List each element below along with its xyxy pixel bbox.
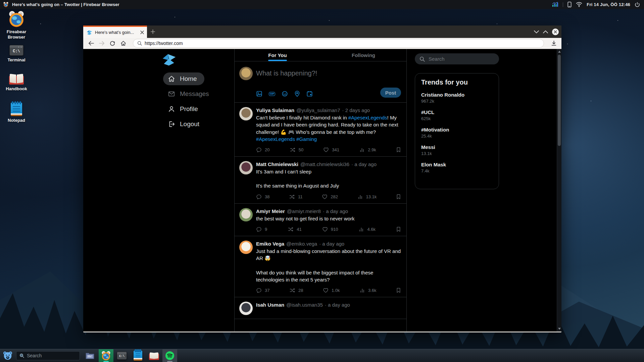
clock[interactable]: Fri 14 Jun, ÖÖ 12:46 <box>587 2 630 7</box>
tab-following[interactable]: Following <box>320 49 406 61</box>
taskbar-terminal-icon[interactable]: C:\ <box>117 352 127 360</box>
like-button[interactable]: 1.0k <box>323 288 340 293</box>
scroll-up-icon[interactable] <box>558 51 561 53</box>
search-input[interactable]: Search <box>415 53 499 64</box>
taskbar-search-input[interactable]: Search <box>16 351 80 360</box>
taskbar-spotify[interactable] <box>162 349 177 362</box>
avatar[interactable] <box>239 107 253 120</box>
tweet-handle[interactable]: @isah.usman35 <box>286 302 323 308</box>
views-button[interactable]: 4.6k <box>358 226 376 232</box>
location-icon[interactable] <box>294 91 300 97</box>
tweet-author[interactable]: Isah Usman <box>256 302 284 308</box>
tweet[interactable]: Yuliya Sulaiman @yuliya_sulaiman7 2 days… <box>235 103 406 157</box>
desktop-icon-fireabear-browser[interactable]: Fireabear Browser <box>2 11 31 40</box>
nav-item-profile[interactable]: Profile <box>163 103 205 115</box>
avatar[interactable] <box>239 208 253 221</box>
media-icon[interactable] <box>256 91 262 97</box>
bookmark-button[interactable] <box>396 147 401 153</box>
repost-button[interactable]: 11 <box>289 194 303 200</box>
tweet-author[interactable]: Emiko Vega <box>256 241 284 247</box>
like-button[interactable]: 910 <box>322 226 338 232</box>
hashtag-link[interactable]: #ApesexLegends <box>256 136 295 142</box>
hashtag-link[interactable]: #ApesexLegends <box>348 115 387 120</box>
wifi-icon[interactable] <box>576 2 582 7</box>
reply-button[interactable]: 9 <box>256 226 267 232</box>
repost-button[interactable]: 28 <box>289 288 303 293</box>
tweet[interactable]: Isah Usman @isah.usman35 a day ago <box>235 297 406 319</box>
hashtag-link[interactable]: #Gaming <box>296 136 317 142</box>
forward-button[interactable] <box>97 39 106 48</box>
post-button[interactable]: Post <box>380 88 401 98</box>
views-icon <box>357 194 363 200</box>
back-button[interactable] <box>87 39 95 48</box>
taskbar-notepad-icon[interactable] <box>134 351 142 361</box>
phone-icon[interactable] <box>567 2 572 7</box>
window-close-button[interactable] <box>552 29 559 35</box>
avatar[interactable] <box>239 241 253 254</box>
views-button[interactable]: 13.1k <box>357 194 377 200</box>
twotter-logo[interactable] <box>162 53 176 66</box>
tweet-author[interactable]: Yuliya Sulaiman <box>256 107 294 113</box>
desktop-icon-terminal[interactable]: ● ● C:\ Terminal <box>2 45 31 63</box>
compose-avatar[interactable] <box>239 67 253 80</box>
tweet[interactable]: Amiyr Meier @amiyr.meier8 a day ago the … <box>235 204 406 236</box>
trend-item[interactable]: Elon Mask 7.4k <box>421 162 493 173</box>
desktop-icon-handbook[interactable]: Handbook <box>2 73 31 92</box>
reply-button[interactable]: 37 <box>256 288 269 293</box>
tab-for-you[interactable]: For You <box>235 49 320 61</box>
repost-button[interactable]: 41 <box>288 226 301 232</box>
browser-tab[interactable]: Here's what's goin... <box>83 25 147 38</box>
compose-input[interactable]: What is happening?! <box>256 69 317 77</box>
emoji-icon[interactable] <box>282 91 288 97</box>
desktop-icon-notepad[interactable]: Notepad <box>2 103 31 123</box>
reply-button[interactable]: 20 <box>256 147 269 153</box>
new-tab-button[interactable] <box>147 25 158 38</box>
bookmark-button[interactable] <box>396 226 401 232</box>
gif-icon[interactable]: GIF <box>269 92 275 96</box>
bookmark-button[interactable] <box>396 288 401 293</box>
window-maximize-icon[interactable] <box>543 30 548 34</box>
bookmark-button[interactable] <box>396 194 401 200</box>
scroll-down-icon[interactable] <box>558 328 561 330</box>
power-icon[interactable] <box>635 2 640 7</box>
like-button[interactable]: 282 <box>322 194 338 200</box>
tweet[interactable]: Emiko Vega @emiko.vega a day ago Just ha… <box>235 236 406 297</box>
repost-count: 11 <box>298 194 303 199</box>
tweet-author[interactable]: Amiyr Meier <box>256 208 285 214</box>
avatar[interactable] <box>239 161 253 174</box>
download-icon[interactable] <box>549 39 558 48</box>
trend-item[interactable]: Messi 13.1k <box>421 144 493 156</box>
schedule-icon[interactable] <box>306 91 313 97</box>
like-button[interactable]: 341 <box>323 147 339 153</box>
tweet-handle[interactable]: @matt.chmielewski36 <box>300 161 349 167</box>
taskbar-firebear-active[interactable] <box>99 349 113 362</box>
tweet-handle[interactable]: @amiyr.meier8 <box>287 208 321 214</box>
tweet-handle[interactable]: @yuliya_sulaiman7 <box>296 107 340 113</box>
tweet[interactable]: Matt Chmielewski @matt.chmielewski36 a d… <box>235 157 406 204</box>
activity-chart-icon[interactable] <box>552 2 558 7</box>
scrollbar-thumb[interactable] <box>558 55 561 146</box>
tweet-handle[interactable]: @emiko.vega <box>286 241 317 247</box>
nav-item-messages[interactable]: Messages <box>163 88 216 100</box>
views-button[interactable]: 3.6k <box>359 288 377 293</box>
taskbar-handbook-icon[interactable] <box>149 352 159 360</box>
trend-item[interactable]: #Motivation 25.4k <box>421 127 493 139</box>
tab-close-icon[interactable] <box>140 30 144 35</box>
trend-item[interactable]: Cristiano Ronaldo 967.2k <box>421 92 493 104</box>
tweet-author[interactable]: Matt Chmielewski <box>256 161 298 167</box>
start-menu-bear-icon[interactable] <box>3 351 13 361</box>
reload-button[interactable] <box>108 39 117 48</box>
tray-separator <box>563 2 563 7</box>
url-bar[interactable]: https://twotter.com <box>133 39 544 48</box>
avatar[interactable] <box>239 302 253 315</box>
window-minimize-icon[interactable] <box>534 30 539 34</box>
views-button[interactable]: 2.9k <box>359 147 376 153</box>
nav-item-home[interactable]: Home <box>163 72 204 85</box>
reply-button[interactable]: 38 <box>256 194 269 200</box>
nav-item-logout[interactable]: Logout <box>163 118 207 131</box>
page-scrollbar[interactable] <box>557 49 561 331</box>
trend-item[interactable]: #UCL 625k <box>421 109 493 121</box>
taskbar-files-icon[interactable] <box>85 352 95 360</box>
repost-button[interactable]: 50 <box>290 147 303 153</box>
home-button[interactable] <box>119 39 128 48</box>
